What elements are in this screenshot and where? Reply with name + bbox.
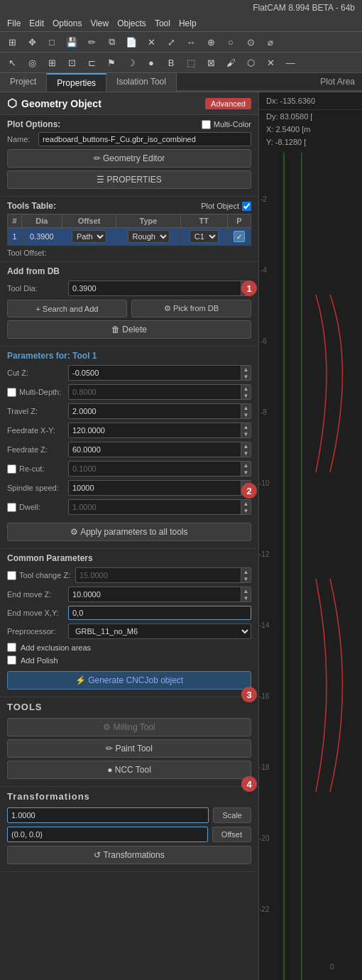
pick-from-db-button[interactable]: ⚙ Pick from DB — [131, 300, 251, 317]
resize-icon[interactable]: ⊠ — [203, 55, 219, 70]
close-icon[interactable]: ✕ — [143, 34, 159, 50]
cut-z-input[interactable] — [69, 366, 241, 379]
offset-button[interactable]: Offset — [212, 827, 251, 842]
feedrate-xy-down[interactable]: ▼ — [241, 430, 251, 437]
tool-dia-down[interactable]: ▼ — [241, 288, 251, 295]
generate-cnc-button[interactable]: ⚡ Generate CNCJob object — [7, 671, 251, 690]
geometry-editor-button[interactable]: ✏ Geometry Editor — [7, 149, 251, 168]
snap-icon[interactable]: ⊙ — [243, 34, 258, 50]
bold-icon[interactable]: B — [163, 55, 179, 70]
delete-button[interactable]: 🗑 Delete — [7, 320, 251, 339]
menu-view[interactable]: View — [90, 18, 109, 28]
name-input[interactable] — [38, 132, 251, 146]
tool-change-up[interactable]: ▲ — [241, 568, 251, 575]
flag-icon[interactable]: ⚑ — [104, 55, 119, 70]
grid-icon[interactable]: ⊞ — [44, 55, 60, 70]
recut-up[interactable]: ▲ — [241, 462, 251, 469]
multi-depth-up[interactable]: ▲ — [241, 385, 251, 392]
scale-button[interactable]: Scale — [213, 807, 251, 823]
properties-button[interactable]: ☰ PROPERTIES — [7, 170, 251, 189]
scale-input[interactable] — [7, 807, 209, 823]
end-move-z-up[interactable]: ▲ — [241, 587, 251, 594]
paint-icon[interactable]: 🖌 — [223, 55, 238, 70]
menu-objects[interactable]: Objects — [117, 18, 146, 28]
end-move-z-input[interactable] — [69, 588, 241, 601]
menu-options[interactable]: Options — [53, 18, 82, 28]
cut-z-up[interactable]: ▲ — [241, 366, 251, 373]
dwell-down[interactable]: ▼ — [241, 507, 251, 514]
menu-edit[interactable]: Edit — [29, 18, 44, 28]
plot-area-tab[interactable]: Plot Area — [320, 77, 355, 87]
row-checkbox[interactable]: ✓ — [234, 231, 245, 242]
end-move-xy-input[interactable] — [69, 606, 251, 619]
cut-z-down[interactable]: ▼ — [241, 373, 251, 380]
tab-properties[interactable]: Properties — [47, 73, 106, 92]
target-icon[interactable]: ⊕ — [203, 34, 219, 50]
tool-change-input[interactable] — [76, 569, 241, 582]
plug-icon[interactable]: ⌀ — [263, 34, 278, 50]
multi-depth-checkbox[interactable] — [7, 388, 16, 397]
feedrate-xy-up[interactable]: ▲ — [241, 423, 251, 430]
recut-checkbox[interactable] — [7, 464, 16, 474]
tab-project[interactable]: Project — [0, 73, 47, 92]
tt-select[interactable]: C1 — [190, 230, 219, 243]
offset-select[interactable]: Path — [72, 230, 106, 243]
path-icon[interactable]: ⊏ — [84, 55, 99, 70]
recut-input[interactable] — [69, 462, 241, 475]
ncc-tool-button[interactable]: ● NCC Tool — [7, 761, 251, 779]
fill-icon[interactable]: ● — [143, 55, 159, 70]
new-project-icon[interactable]: ⊞ — [4, 34, 20, 50]
select-icon[interactable]: ⬚ — [183, 55, 199, 70]
type-select[interactable]: Rough — [128, 230, 170, 243]
minus-icon[interactable]: — — [283, 55, 298, 70]
circle-icon[interactable]: ○ — [223, 34, 238, 50]
dwell-up[interactable]: ▲ — [241, 500, 251, 507]
spindle-down[interactable]: ▼ — [241, 488, 251, 495]
tool-dia-up[interactable]: ▲ — [241, 281, 251, 288]
expand-icon[interactable]: ⤢ — [163, 34, 179, 50]
search-add-button[interactable]: + Search and Add — [7, 300, 127, 317]
feedrate-xy-input[interactable] — [69, 424, 241, 437]
multi-depth-down[interactable]: ▼ — [241, 392, 251, 399]
tool-dia-input[interactable] — [69, 282, 241, 295]
add-exclusion-checkbox[interactable] — [7, 643, 16, 652]
spindle-input[interactable] — [69, 481, 241, 494]
copy-icon[interactable]: ⧉ — [104, 34, 119, 50]
arrows-icon[interactable]: ↔ — [183, 34, 199, 50]
edit-icon[interactable]: ✏ — [84, 34, 99, 50]
menu-tool[interactable]: Tool — [155, 18, 170, 28]
plot-object-checkbox[interactable] — [242, 202, 251, 211]
feedrate-z-up[interactable]: ▲ — [241, 442, 251, 450]
offset-input[interactable] — [7, 827, 208, 842]
mask-icon[interactable]: ⬡ — [243, 55, 258, 70]
feedrate-z-input[interactable] — [69, 443, 241, 456]
film-icon[interactable]: ⊡ — [64, 55, 79, 70]
advanced-button[interactable]: Advanced — [205, 98, 251, 109]
plot-canvas[interactable]: -2 -4 -6 -8 -10 -12 -14 -16 -18 -20 -22 — [259, 153, 362, 980]
tab-isolation-tool[interactable]: Isolation Tool — [106, 73, 177, 92]
donut-icon[interactable]: ◎ — [24, 55, 40, 70]
new-icon2[interactable]: 📄 — [124, 34, 139, 50]
pointer-icon[interactable]: ↖ — [4, 55, 20, 70]
milling-tool-button[interactable]: ⚙ Milling Tool — [7, 718, 251, 736]
menu-help[interactable]: Help — [179, 18, 197, 28]
table-row[interactable]: 1 0.3900 Path Rough — [8, 228, 251, 246]
x-icon[interactable]: ✕ — [263, 55, 278, 70]
spindle-up[interactable]: ▲ — [241, 481, 251, 488]
tool-change-checkbox[interactable] — [7, 571, 16, 580]
feedrate-z-down[interactable]: ▼ — [241, 450, 251, 457]
dwell-input[interactable] — [69, 501, 241, 513]
menu-file[interactable]: File — [7, 18, 21, 28]
travel-z-input[interactable] — [69, 405, 241, 418]
transformations-button[interactable]: ↺ Transformations — [7, 846, 251, 864]
moon-icon[interactable]: ☽ — [124, 55, 139, 70]
end-move-z-down[interactable]: ▼ — [241, 594, 251, 601]
preprocessor-select[interactable]: GRBL_11_no_M6 — [68, 624, 251, 639]
tool-change-down[interactable]: ▼ — [241, 575, 251, 582]
recut-down[interactable]: ▼ — [241, 469, 251, 476]
add-polish-checkbox[interactable] — [7, 655, 16, 665]
multi-depth-input[interactable] — [69, 386, 241, 398]
travel-z-up[interactable]: ▲ — [241, 404, 251, 411]
dwell-checkbox[interactable] — [7, 503, 16, 512]
paint-tool-button[interactable]: ✏ Paint Tool — [7, 739, 251, 758]
